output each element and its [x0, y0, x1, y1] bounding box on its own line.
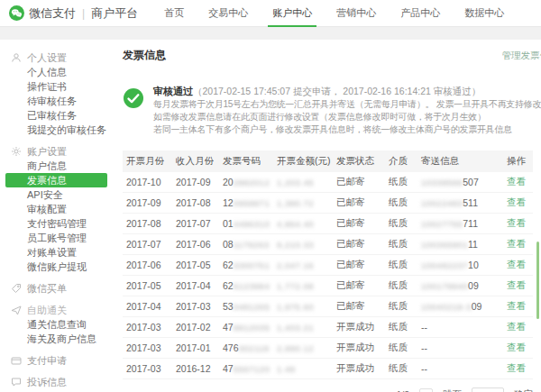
masked-amount: 1.48: [277, 364, 296, 374]
masked-amount: 1,380.72: [277, 198, 314, 208]
cell: 081179263: [219, 234, 273, 255]
cell: 已邮寄: [333, 193, 385, 214]
cell: 10338566507: [417, 172, 503, 193]
nav-data-center[interactable]: 数据中心: [462, 0, 507, 27]
invoice-row: 2017-072017-060811792639,210.33已邮寄纸质1003…: [123, 234, 533, 255]
col-invoice-status: 发票状态: [333, 150, 385, 172]
col-mail-info: 寄送信息: [417, 150, 503, 172]
cell: 2,990.12: [273, 338, 333, 359]
view-link[interactable]: 查看: [507, 300, 526, 311]
sidebar-item-personal-info[interactable]: 个人信息: [0, 65, 110, 79]
cell: 纸质: [385, 317, 417, 338]
masked-invoice-number: 2882012: [234, 178, 270, 187]
masked-invoice-number: 6123984: [234, 281, 270, 291]
sidebar-item-customs-merchant-info[interactable]: 海关及商户信息: [0, 332, 110, 346]
page-title: 发票信息: [123, 48, 166, 63]
scrollbar-thumb[interactable]: [536, 242, 539, 319]
cell: 2017-08: [123, 214, 172, 234]
cell: 2017-01: [172, 338, 219, 359]
sidebar-section-complaint-info[interactable]: 投诉信息: [0, 375, 110, 389]
sidebar-section-payment-application[interactable]: 支付申请: [0, 353, 110, 368]
masked-invoice-number: 1179263: [234, 240, 270, 250]
sidebar-section-self-customs: 自助通关: [0, 303, 110, 317]
chat-icon: [11, 377, 22, 387]
invoice-row: 2017-032017-014763021182,990.12开票成功纸质--查…: [123, 338, 533, 359]
audit-status-detail: （2017-02-15 17:45:07 提交申请， 2017-02-16 16…: [193, 86, 481, 96]
sidebar-item-wechat-account-withdraw[interactable]: 微信账户提现: [0, 260, 110, 274]
view-link[interactable]: 查看: [507, 196, 526, 207]
masked-mail-info: 10040218-3: [421, 302, 472, 312]
cell: 475567120: [219, 359, 273, 379]
cell: 530481265: [219, 296, 273, 317]
cell: 2017-06: [172, 234, 219, 255]
sidebar-item-my-submitted-audit-tasks[interactable]: 我提交的审核任务: [0, 123, 110, 137]
cell: 2017-02: [172, 317, 219, 338]
sidebar-item-api-security[interactable]: API安全: [0, 187, 110, 202]
view-link[interactable]: 查看: [507, 342, 526, 352]
nav-marketing-center[interactable]: 营销中心: [334, 0, 379, 27]
col-invoice-amount: 开票金额(元): [273, 150, 333, 172]
sidebar-item-customs-info-query[interactable]: 通关信息查询: [0, 317, 110, 332]
view-link[interactable]: 查看: [507, 279, 526, 290]
nav-home[interactable]: 首页: [161, 0, 187, 27]
cell: 纸质: [385, 359, 417, 379]
audit-status-line: 审核通过（2017-02-15 17:45:07 提交申请， 2017-02-1…: [153, 85, 541, 98]
sidebar-item-merchant-info[interactable]: 商户信息: [0, 159, 110, 173]
invoice-row: 2017-102017-092028820121,203.45已邮寄纸质1033…: [123, 172, 533, 193]
masked-amount: 1,203.45: [277, 178, 314, 187]
invoice-table-body: 2017-102017-092028820121,203.45已邮寄纸质1033…: [123, 172, 533, 379]
sidebar-section-wechat-maidan[interactable]: 微信买单: [0, 281, 110, 296]
cell: 626123984: [219, 276, 273, 296]
cell: 2,047.16: [273, 255, 333, 276]
masked-invoice-number: 0481265: [234, 302, 270, 312]
cell: 1,380.72: [273, 193, 333, 214]
sidebar-item-operation-certificate[interactable]: 操作证书: [0, 79, 110, 94]
page-jump-input[interactable]: [472, 387, 504, 392]
sidebar-item-audited-tasks[interactable]: 已审核任务: [0, 108, 110, 123]
nav-account-center[interactable]: 账户中心: [270, 0, 315, 27]
cell: 2017-04: [123, 296, 172, 317]
nav-product-center[interactable]: 产品中心: [398, 0, 443, 27]
sidebar-item-pay-password-mgmt[interactable]: 支付密码管理: [0, 216, 110, 231]
brand[interactable]: 微信支付 | 商户平台: [9, 5, 138, 22]
cell: 1,203.45: [273, 172, 333, 193]
sidebar-item-audit-config[interactable]: 审核配置: [0, 202, 110, 216]
sidebar-item-staff-account-mgmt[interactable]: 员工账号管理: [0, 231, 110, 245]
cell: 1,975.60: [273, 296, 333, 317]
invoice-main: 发票信息 管理发票信息 审核通过（2017-02-15 17:45:07 提交申…: [110, 40, 541, 392]
check-circle-icon: [123, 87, 144, 109]
tag-icon: [11, 283, 22, 294]
sidebar-section-personal-settings: 个人设置: [0, 50, 110, 65]
invoice-row: 2017-052017-046261239841,772.08已邮寄纸质1001…: [123, 276, 533, 296]
cell: 4,864.40: [273, 214, 333, 234]
cell: 2017-05: [172, 255, 219, 276]
view-link[interactable]: 查看: [507, 321, 526, 332]
manage-invoice-link[interactable]: 管理发票信息: [502, 50, 541, 62]
view-link[interactable]: 查看: [507, 238, 526, 249]
invoice-row: 2017-092017-081209588711,380.72已邮寄纸质1002…: [123, 193, 533, 214]
audit-notice: 审核通过（2017-02-15 17:45:07 提交申请， 2017-02-1…: [123, 85, 541, 136]
sidebar-item-invoice-info[interactable]: 发票信息: [5, 173, 107, 187]
nav-transaction-center[interactable]: 交易中心: [206, 0, 251, 27]
cell: 9,210.33: [273, 234, 333, 255]
sidebar-item-statement-settings[interactable]: 对账单设置: [0, 245, 110, 260]
cell: 2017-05: [123, 276, 172, 296]
sidebar-section-account-settings: 账户设置: [0, 144, 110, 159]
view-link[interactable]: 查看: [507, 362, 526, 373]
plane-icon: [11, 305, 22, 315]
view-link[interactable]: 查看: [507, 259, 526, 269]
person-icon: [11, 52, 22, 63]
sidebar-item-pending-audit-tasks[interactable]: 待审核任务: [0, 94, 110, 108]
invoice-row: 2017-042017-035304812651,975.60已邮寄纸质1004…: [123, 296, 533, 317]
masked-mail-info: 100179940: [421, 281, 468, 291]
view-link[interactable]: 查看: [507, 217, 526, 228]
view-link[interactable]: 查看: [507, 176, 526, 187]
next-page-button[interactable]: ›: [419, 388, 433, 392]
title-row: 发票信息 管理发票信息: [123, 48, 541, 63]
masked-amount: 2,047.16: [277, 260, 314, 270]
confirm-button[interactable]: 确定: [514, 388, 533, 392]
notice-line: 每月发票将于次月15号左右为您统一汇总开具并寄送（无需每月申请）。 发票一旦开具…: [153, 98, 541, 111]
cell: 1,403.21: [273, 317, 333, 338]
cell: 纸质: [385, 255, 417, 276]
cell: 478812035: [219, 317, 273, 338]
